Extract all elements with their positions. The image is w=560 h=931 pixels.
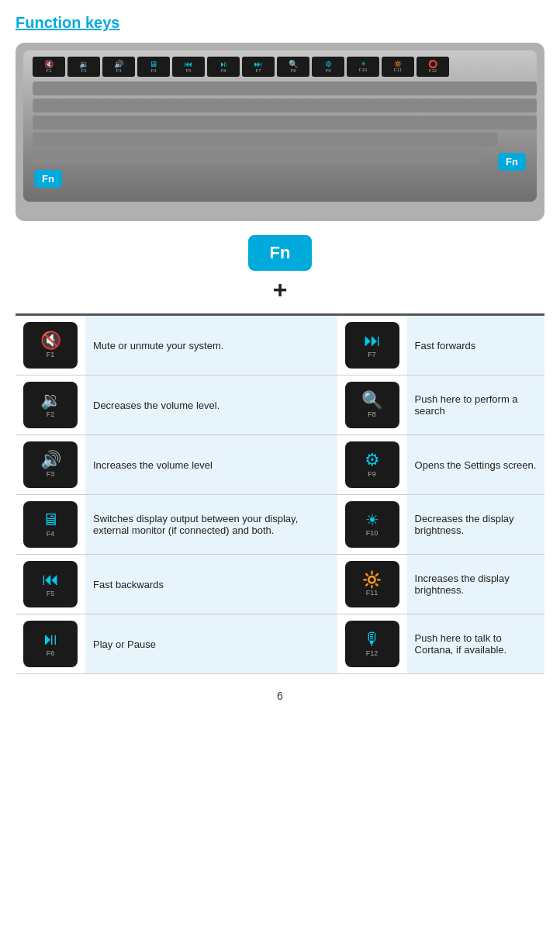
page-title: Function keys xyxy=(16,14,544,32)
f6-key: ⏯ F6 xyxy=(207,57,240,77)
f12-desc: Push here to talk to Cortana, if availab… xyxy=(407,614,544,674)
f7-desc: Fast forwards xyxy=(407,316,544,376)
table-row: ⏯ F6 Play or Pause 🎙 F12 Push here to ta… xyxy=(16,614,544,674)
f8-cell-key: 🔍 F8 xyxy=(337,376,407,435)
f7-key: ⏭ F7 xyxy=(242,57,275,77)
f5-cell-key: ⏮ F5 xyxy=(16,555,85,614)
f6-icon-box: ⏯ F6 xyxy=(23,621,78,667)
table-row: 🔉 F2 Decreases the volume level. 🔍 F8 Pu… xyxy=(16,376,544,435)
kb-row-3 xyxy=(33,116,537,130)
fn-badge-left: Fn xyxy=(34,170,62,188)
function-key-row: 🔇 F1 🔉 F2 🔊 F3 🖥 F4 ⏮ F5 xyxy=(33,57,527,77)
f1-desc: Mute or unmute your system. xyxy=(85,316,337,376)
f11-desc: Increases the display brightness. xyxy=(407,555,544,614)
f4-icon-box: 🖥 F4 xyxy=(23,501,78,548)
f5-icon-box: ⏮ F5 xyxy=(23,561,78,607)
volume-down-icon: 🔉 xyxy=(40,392,61,409)
f2-icon-box: 🔉 F2 xyxy=(23,382,78,428)
f10-key: ☀ F10 xyxy=(347,57,379,77)
f11-icon-box: 🔆 F11 xyxy=(345,561,399,607)
f10-cell-key: ☀ F10 xyxy=(337,495,407,555)
f6-cell-key: ⏯ F6 xyxy=(16,614,85,674)
f10-icon-box: ☀ F10 xyxy=(345,501,399,548)
keyboard-body-rows xyxy=(33,81,527,164)
f4-cell-key: 🖥 F4 xyxy=(16,495,85,555)
f5-key: ⏮ F5 xyxy=(172,57,205,77)
display-switch-icon: 🖥 xyxy=(42,511,59,528)
f3-desc: Increases the volume level xyxy=(85,435,337,495)
kb-row-1 xyxy=(33,81,537,95)
f1-cell-key: 🔇 F1 xyxy=(16,316,85,376)
play-pause-icon: ⏯ xyxy=(42,631,59,648)
function-key-table: 🔇 F1 Mute or unmute your system. ⏭ F7 Fa… xyxy=(16,316,544,674)
f9-cell-key: ⚙ F9 xyxy=(337,435,407,495)
f2-cell-key: 🔉 F2 xyxy=(16,376,85,435)
fast-forward-icon: ⏭ xyxy=(364,332,381,349)
fn-badge-right: Fn xyxy=(498,153,526,171)
brightness-down-icon: ☀ xyxy=(365,512,379,528)
f1-icon-box: 🔇 F1 xyxy=(23,322,78,369)
f9-icon-box: ⚙ F9 xyxy=(345,441,399,488)
f11-key: 🔆 F11 xyxy=(382,57,414,77)
f8-desc: Push here to perform a search xyxy=(407,376,544,435)
fn-plus-area: Fn + xyxy=(16,235,544,304)
f8-key: 🔍 F8 xyxy=(277,57,309,77)
cortana-icon: 🎙 xyxy=(364,631,381,648)
settings-icon: ⚙ xyxy=(365,452,380,469)
f2-desc: Decreases the volume level. xyxy=(85,376,337,435)
table-row: ⏮ F5 Fast backwards 🔆 F11 Increases the … xyxy=(16,555,544,614)
f10-desc: Decreases the display brightness. xyxy=(407,495,544,555)
brightness-up-icon: 🔆 xyxy=(362,572,382,587)
f9-key: ⚙ F9 xyxy=(312,57,344,77)
mute-icon: 🔇 xyxy=(40,332,61,349)
table-row: 🔇 F1 Mute or unmute your system. ⏭ F7 Fa… xyxy=(16,316,544,376)
kb-row-2 xyxy=(33,99,537,112)
table-row: 🖥 F4 Switches display output between you… xyxy=(16,495,544,555)
search-icon: 🔍 xyxy=(361,392,382,409)
table-row: 🔊 F3 Increases the volume level ⚙ F9 Ope… xyxy=(16,435,544,495)
f2-key: 🔉 F2 xyxy=(67,57,100,77)
kb-row-5 xyxy=(33,150,482,164)
f6-desc: Play or Pause xyxy=(85,614,337,674)
plus-sign: + xyxy=(16,275,544,304)
f12-icon-box: 🎙 F12 xyxy=(345,621,399,667)
f1-key: 🔇 F1 xyxy=(33,57,65,77)
f12-cell-key: 🎙 F12 xyxy=(337,614,407,674)
f7-cell-key: ⏭ F7 xyxy=(337,316,407,376)
f3-key: 🔊 F3 xyxy=(102,57,135,77)
keyboard-illustration: 🔇 F1 🔉 F2 🔊 F3 🖥 F4 ⏮ F5 xyxy=(16,43,544,221)
f3-cell-key: 🔊 F3 xyxy=(16,435,85,495)
kb-row-4 xyxy=(33,133,498,147)
rewind-icon: ⏮ xyxy=(42,571,59,588)
f5-desc: Fast backwards xyxy=(85,555,337,614)
f4-desc: Switches display output between your dis… xyxy=(85,495,337,555)
fn-big-badge: Fn xyxy=(248,235,313,271)
volume-up-icon: 🔊 xyxy=(40,452,61,469)
f4-key: 🖥 F4 xyxy=(137,57,170,77)
f9-desc: Opens the Settings screen. xyxy=(407,435,544,495)
f8-icon-box: 🔍 F8 xyxy=(345,382,399,428)
f12-key: ⭕ F12 xyxy=(417,57,449,77)
f11-cell-key: 🔆 F11 xyxy=(337,555,407,614)
page-number: 6 xyxy=(16,690,544,702)
f3-icon-box: 🔊 F3 xyxy=(23,441,78,488)
f7-icon-box: ⏭ F7 xyxy=(345,322,399,369)
